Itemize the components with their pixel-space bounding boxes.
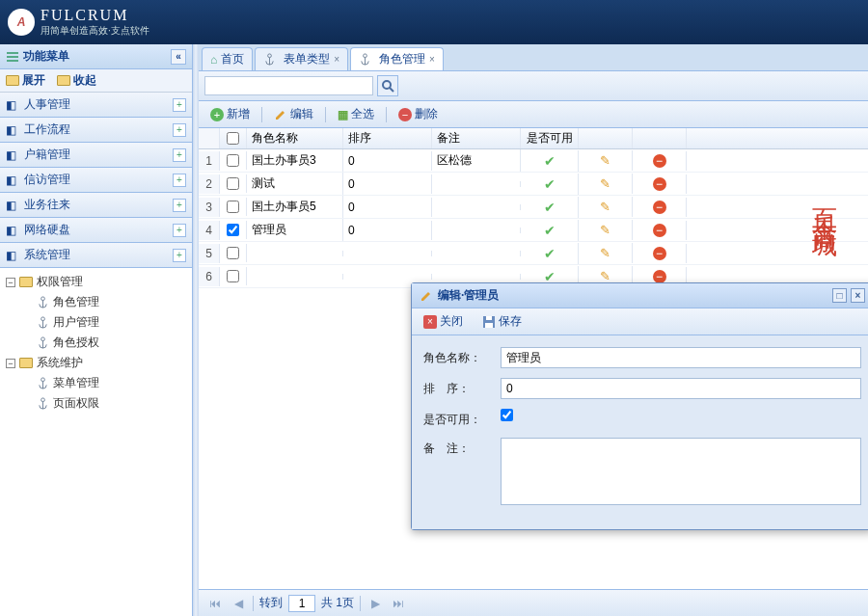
- expand-icon[interactable]: +: [173, 148, 186, 162]
- accordion-label: 业务往来: [24, 197, 70, 213]
- dialog-save-action[interactable]: 保存: [476, 311, 528, 332]
- tree-leaf[interactable]: 菜单管理: [0, 373, 192, 393]
- accordion-item[interactable]: ◧信访管理+: [0, 168, 192, 193]
- folder-icon: [19, 277, 33, 287]
- search-button[interactable]: [377, 75, 398, 96]
- expand-icon[interactable]: +: [173, 249, 186, 262]
- row-checkbox[interactable]: [227, 270, 239, 282]
- pager: ⏮ ◀ 转到 共 1页 ▶ ⏭: [199, 589, 868, 616]
- expand-icon[interactable]: +: [173, 123, 186, 137]
- accordion-item[interactable]: ◧工作流程+: [0, 118, 192, 143]
- expand-icon[interactable]: +: [173, 98, 186, 112]
- tab-label: 角色管理: [379, 51, 425, 67]
- pencil-icon: ✎: [600, 200, 610, 214]
- table-row[interactable]: 4管理员0✔✎−: [199, 219, 868, 242]
- row-delete-button[interactable]: −: [633, 244, 687, 263]
- svg-rect-17: [485, 323, 493, 328]
- cell-note: 区松德: [432, 149, 521, 172]
- dialog-header[interactable]: 编辑·管理员 □ ×: [412, 283, 868, 308]
- row-edit-button[interactable]: ✎: [579, 197, 633, 217]
- tree-group-maintenance[interactable]: − 系统维护: [0, 353, 192, 373]
- row-edit-button[interactable]: ✎: [579, 174, 633, 194]
- pencil-icon: ✎: [600, 176, 610, 191]
- table-row[interactable]: 3国土办事员50✔✎−: [199, 196, 868, 219]
- select-all-checkbox[interactable]: [227, 132, 239, 145]
- row-delete-button[interactable]: −: [633, 151, 687, 171]
- row-delete-button[interactable]: −: [633, 198, 687, 217]
- row-checkbox[interactable]: [227, 177, 239, 190]
- tree-group-permissions[interactable]: − 权限管理: [0, 272, 192, 292]
- minus-icon[interactable]: −: [6, 278, 15, 287]
- tree-leaf[interactable]: 用户管理: [0, 312, 192, 333]
- tab[interactable]: 角色管理×: [350, 47, 444, 70]
- delete-button[interactable]: −删除: [393, 104, 444, 124]
- dialog-close-action[interactable]: ×关闭: [418, 311, 469, 332]
- collapse-all-button[interactable]: 收起: [57, 72, 96, 89]
- tab[interactable]: 表单类型×: [255, 47, 348, 70]
- select-all-button[interactable]: ▦全选: [332, 104, 380, 124]
- tab-close-icon[interactable]: ×: [429, 54, 435, 65]
- tab-label: 首页: [221, 51, 244, 67]
- cell-name: 国土办事员5: [247, 196, 343, 218]
- expand-icon[interactable]: +: [173, 224, 186, 237]
- accordion-item[interactable]: ◧人事管理+: [0, 93, 192, 118]
- row-delete-button[interactable]: −: [633, 174, 687, 194]
- first-page-button[interactable]: ⏮: [206, 595, 224, 612]
- note-textarea[interactable]: [501, 438, 861, 505]
- row-checkbox[interactable]: [227, 154, 239, 167]
- tree-label: 菜单管理: [53, 375, 99, 391]
- col-available[interactable]: 是否可用: [521, 128, 579, 148]
- minus-icon[interactable]: −: [6, 359, 15, 368]
- expand-icon[interactable]: +: [173, 199, 186, 212]
- sidebar-collapse-button[interactable]: «: [171, 49, 186, 65]
- sidebar-title: 功能菜单: [23, 48, 69, 65]
- role-name-input[interactable]: [501, 347, 861, 368]
- dialog-close-button[interactable]: ×: [851, 288, 865, 303]
- check-icon: ✔: [544, 246, 556, 261]
- sort-input[interactable]: [501, 378, 861, 399]
- sidebar-header: 功能菜单 «: [0, 44, 192, 69]
- tab[interactable]: ⌂首页: [202, 47, 253, 70]
- col-action: [579, 128, 633, 148]
- accordion-item[interactable]: ◧业务往来+: [0, 193, 192, 218]
- row-edit-button[interactable]: ✎: [579, 150, 633, 171]
- cell-sort: 0: [343, 151, 432, 171]
- tree-leaf[interactable]: 角色授权: [0, 333, 192, 353]
- folder-icon: [19, 358, 33, 368]
- prev-page-button[interactable]: ◀: [230, 595, 247, 612]
- row-checkbox[interactable]: [227, 247, 239, 259]
- edit-button[interactable]: 编辑: [268, 104, 319, 124]
- table-row[interactable]: 2测试0✔✎−: [199, 173, 868, 196]
- search-input[interactable]: [204, 76, 373, 95]
- accordion-item[interactable]: ◧系统管理+: [0, 243, 192, 268]
- row-checkbox[interactable]: [227, 224, 239, 236]
- row-checkbox[interactable]: [227, 201, 239, 213]
- add-button[interactable]: +新增: [204, 104, 256, 124]
- maximize-button[interactable]: □: [832, 288, 847, 303]
- grid-header: 角色名称 排序 备注 是否可用: [199, 128, 868, 149]
- expand-all-button[interactable]: 展开: [6, 72, 45, 89]
- col-name[interactable]: 角色名称: [247, 128, 343, 148]
- col-note[interactable]: 备注: [432, 128, 521, 148]
- available-checkbox[interactable]: [501, 409, 513, 421]
- row-delete-button[interactable]: −: [633, 221, 687, 240]
- last-page-button[interactable]: ⏭: [390, 595, 407, 612]
- module-icon: ◧: [6, 98, 19, 112]
- cell-sort: [343, 251, 432, 256]
- table-row[interactable]: 5✔✎−: [199, 242, 868, 265]
- page-input[interactable]: [288, 595, 315, 612]
- next-page-button[interactable]: ▶: [366, 595, 384, 612]
- tab-close-icon[interactable]: ×: [334, 54, 339, 65]
- col-sort[interactable]: 排序: [343, 128, 432, 148]
- accordion-item[interactable]: ◧户籍管理+: [0, 143, 192, 168]
- tree-leaf[interactable]: 页面权限: [0, 393, 192, 414]
- accordion-item[interactable]: ◧网络硬盘+: [0, 218, 192, 243]
- row-number: 4: [199, 221, 220, 240]
- row-edit-button[interactable]: ✎: [579, 243, 633, 263]
- minus-icon: −: [398, 108, 412, 121]
- tree-leaf[interactable]: 角色管理: [0, 292, 192, 312]
- row-edit-button[interactable]: ✎: [579, 220, 633, 240]
- action-toolbar: +新增 编辑 ▦全选 −删除: [199, 101, 868, 128]
- table-row[interactable]: 1国土办事员30区松德✔✎−: [199, 149, 868, 173]
- expand-icon[interactable]: +: [173, 174, 186, 187]
